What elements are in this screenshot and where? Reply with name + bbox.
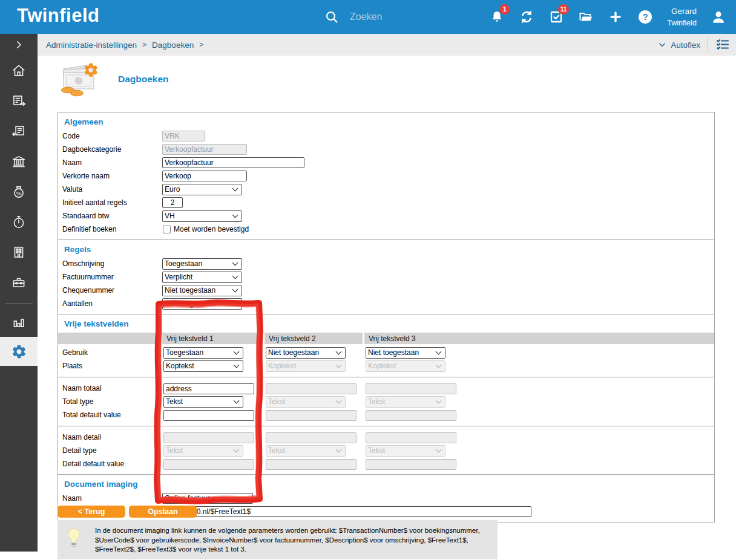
section-algemeen: Algemeen Code Dagboekcategorie Naam Verk… bbox=[58, 112, 714, 239]
checklist-icon[interactable] bbox=[715, 37, 730, 52]
standaard-btw-select[interactable]: VH bbox=[162, 210, 242, 222]
imaging-naam-field[interactable] bbox=[162, 493, 253, 504]
free-text-table-header: Vrij tekstveld 1 Vrij tekstveld 2 Vrij t… bbox=[58, 333, 714, 344]
gebruik-2-select[interactable]: Niet toegestaan bbox=[266, 347, 346, 359]
aantallen-label: Aantallen bbox=[58, 299, 162, 308]
document-arrow-right-icon bbox=[11, 93, 27, 109]
naam-field[interactable] bbox=[162, 157, 304, 168]
chequenummer-select[interactable]: Niet toegestaan bbox=[162, 285, 242, 296]
save-button[interactable]: Opslaan bbox=[129, 506, 197, 518]
notifications-button[interactable]: 1 bbox=[489, 9, 505, 25]
valuta-label: Valuta bbox=[58, 185, 162, 194]
table-divider bbox=[58, 426, 714, 426]
notifications-badge: 1 bbox=[499, 4, 510, 15]
sidebar-item-settings[interactable] bbox=[0, 337, 38, 366]
detail-type-3-select: Tekst bbox=[366, 445, 445, 457]
detail-default-value-label: Detail default value bbox=[58, 460, 160, 468]
sidebar-item-vat[interactable]: % bbox=[0, 177, 38, 207]
sidebar-expand-button[interactable] bbox=[0, 34, 38, 56]
refresh-icon[interactable] bbox=[519, 9, 534, 25]
header-empty-cell bbox=[58, 333, 160, 344]
user-org: Twinfield bbox=[667, 18, 697, 28]
section-title-vrije-tekstvelden: Vrije tekstvelden bbox=[58, 317, 714, 331]
main-content: Dagboeken Algemeen Code Dagboekcategorie… bbox=[38, 56, 736, 560]
sidebar-nav: % bbox=[0, 34, 38, 552]
journal-money-icon bbox=[56, 62, 104, 97]
detail-type-label: Detail type bbox=[58, 446, 160, 455]
total-default-1-field[interactable] bbox=[163, 410, 254, 421]
code-field bbox=[162, 131, 205, 142]
breadcrumb-item-administratie[interactable]: Administratie-instellingen bbox=[46, 41, 137, 50]
gebruik-1-select[interactable]: Toegestaan bbox=[163, 347, 243, 359]
hint-text: In de document imaging link kunnen de vo… bbox=[95, 525, 490, 555]
breadcrumb-bar: Administratie-instellingen > Dagboeken >… bbox=[38, 34, 736, 56]
table-divider bbox=[58, 377, 714, 377]
naam-totaal-label: Naam totaal bbox=[58, 384, 160, 392]
naam-detail-label: Naam detail bbox=[58, 433, 160, 441]
aantallen-select[interactable]: Niet toegestaan bbox=[162, 298, 242, 310]
section-title-regels: Regels bbox=[58, 243, 714, 257]
sidebar-item-bank[interactable] bbox=[0, 146, 38, 177]
top-header-bar: Twinfield 1 11 bbox=[0, 0, 736, 34]
twinfield-logo[interactable]: Twinfield bbox=[17, 5, 100, 27]
factuurnummer-select[interactable]: Verplicht bbox=[162, 272, 242, 283]
tasks-badge: 11 bbox=[558, 4, 570, 15]
verkorte-naam-field[interactable] bbox=[162, 171, 247, 181]
search-input[interactable] bbox=[349, 11, 458, 23]
sidebar-item-toolbox[interactable] bbox=[0, 267, 38, 298]
settings-form-panel: Algemeen Code Dagboekcategorie Naam Verk… bbox=[58, 112, 715, 523]
sidebar-item-purchase-invoices[interactable] bbox=[0, 116, 38, 146]
help-icon[interactable]: ? bbox=[637, 9, 653, 25]
gebruik-label: Gebruik bbox=[58, 348, 160, 357]
gebruik-3-select[interactable]: Niet toegestaan bbox=[366, 347, 445, 359]
back-button[interactable]: < Terug bbox=[58, 506, 125, 518]
toolbox-icon bbox=[11, 275, 27, 290]
header-vrij-tekstveld-1: Vrij tekstveld 1 bbox=[162, 333, 263, 344]
initieel-aantal-regels-field[interactable] bbox=[162, 197, 183, 208]
sidebar-item-home[interactable] bbox=[0, 56, 38, 86]
breadcrumb: Administratie-instellingen > Dagboeken > bbox=[46, 41, 203, 50]
total-default-2-field bbox=[266, 410, 356, 421]
breadcrumb-divider bbox=[708, 37, 708, 52]
avatar-icon[interactable] bbox=[711, 9, 726, 25]
sidebar-item-fixed-assets[interactable] bbox=[0, 237, 38, 267]
omschrijving-select[interactable]: Toegestaan bbox=[162, 258, 242, 270]
valuta-select[interactable]: Euro bbox=[162, 184, 242, 195]
detail-default-2-field bbox=[266, 459, 356, 470]
sidebar-item-reports[interactable] bbox=[0, 307, 38, 337]
global-search bbox=[324, 0, 458, 34]
section-title-algemeen: Algemeen bbox=[58, 115, 714, 129]
user-name: Gerard bbox=[667, 5, 697, 18]
stopwatch-icon bbox=[11, 214, 27, 230]
dagboekcategorie-label: Dagboekcategorie bbox=[58, 145, 162, 154]
imaging-link-field[interactable] bbox=[162, 506, 531, 517]
section-vrije-tekstvelden: Vrije tekstvelden Vrij tekstveld 1 Vrij … bbox=[58, 314, 714, 474]
breadcrumb-item-dagboeken[interactable]: Dagboeken bbox=[152, 41, 194, 50]
header-vrij-tekstveld-2: Vrij tekstveld 2 bbox=[264, 333, 363, 344]
sidebar-item-time[interactable] bbox=[0, 207, 38, 237]
definitief-boeken-label: Definitief boeken bbox=[58, 225, 162, 233]
autoflex-dropdown[interactable]: Autoflex bbox=[658, 41, 700, 50]
naam-totaal-3-field bbox=[366, 383, 456, 394]
total-type-1-select[interactable]: Tekst bbox=[163, 396, 243, 408]
documents-folder-icon[interactable] bbox=[578, 9, 594, 25]
tasks-button[interactable]: 11 bbox=[548, 9, 564, 25]
factuurnummer-label: Factuurnummer bbox=[58, 273, 162, 281]
user-menu[interactable]: Gerard Twinfield bbox=[667, 5, 697, 28]
plaats-1-select[interactable]: Koptekst bbox=[163, 360, 243, 372]
detail-type-1-select: Tekst bbox=[163, 445, 243, 457]
total-type-2-select: Tekst bbox=[266, 396, 346, 408]
naam-totaal-1-field[interactable] bbox=[163, 383, 254, 394]
naam-detail-2-field bbox=[266, 432, 356, 443]
autoflex-label: Autoflex bbox=[671, 41, 700, 50]
search-icon[interactable] bbox=[324, 10, 339, 24]
svg-text:%: % bbox=[16, 190, 22, 197]
total-default-3-field bbox=[366, 410, 456, 421]
definitief-boeken-checkbox[interactable] bbox=[163, 226, 171, 233]
bank-icon bbox=[11, 154, 27, 169]
sidebar-item-sales-invoices[interactable] bbox=[0, 86, 38, 116]
gear-icon bbox=[11, 343, 27, 360]
add-button[interactable] bbox=[608, 9, 623, 25]
chequenummer-label: Chequenummer bbox=[58, 286, 162, 295]
definitief-boeken-checkbox-label: Moet worden bevestigd bbox=[174, 225, 249, 233]
